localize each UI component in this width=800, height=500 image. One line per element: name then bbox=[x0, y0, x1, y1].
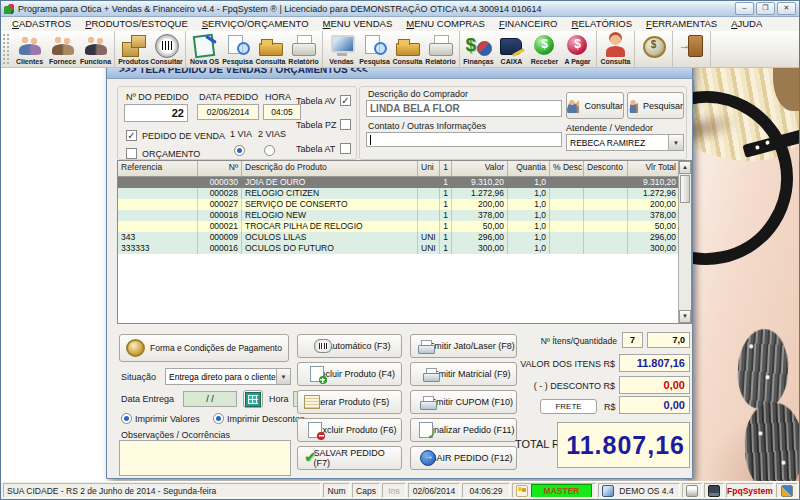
toolbar-monitor-button[interactable]: Vendas bbox=[325, 32, 358, 65]
pesquisar-button[interactable]: Pesquisar bbox=[627, 92, 684, 119]
consultar-label: Consultar bbox=[584, 101, 623, 111]
menu-item-produtos-estoque[interactable]: PRODUTOS/ESTOQUE bbox=[78, 17, 195, 30]
toolbar-exit-button[interactable] bbox=[675, 32, 708, 57]
pedido-venda-checkbox[interactable] bbox=[126, 130, 137, 141]
situacao-select[interactable]: Entrega direto para o cliente bbox=[165, 368, 291, 385]
status-caps: Caps bbox=[352, 483, 380, 498]
close-button[interactable] bbox=[777, 2, 796, 15]
data-entrega-field[interactable]: / / bbox=[183, 391, 237, 407]
table-row[interactable]: 333333000016OCULOS DO FUTUROUNI1300,001,… bbox=[118, 243, 691, 254]
menu-item-financeiro[interactable]: FINANCEIRO bbox=[492, 17, 565, 30]
products-table: ReferenciaNºDescrição do ProdutoUni1Valo… bbox=[117, 160, 692, 324]
tabela-av-checkbox[interactable] bbox=[340, 95, 351, 106]
menu-item-ferramentas[interactable]: FERRAMENTAS bbox=[639, 17, 724, 30]
toolbar-finance-button[interactable]: Finanças bbox=[462, 32, 495, 65]
situacao-label: Situação bbox=[121, 372, 156, 382]
observacoes-textarea[interactable] bbox=[119, 440, 291, 476]
toolbar-receive-button[interactable]: Receber bbox=[528, 32, 561, 65]
calendar-button[interactable] bbox=[243, 390, 263, 408]
toolbar-clients-button[interactable]: Clientes bbox=[13, 32, 46, 65]
table-row[interactable]: 000028RELOGIO CITIZEN11.272,961,01.272,9… bbox=[118, 188, 691, 199]
toolbar-suppliers-button[interactable]: Fornece bbox=[46, 32, 79, 65]
action-finalizar-pedido-button[interactable]: Finalizar Pedido (F11) bbox=[410, 418, 517, 442]
via1-radio[interactable] bbox=[234, 145, 245, 156]
action-sair-pedido-button[interactable]: SAIR PEDIDO (F12) bbox=[410, 446, 517, 470]
tabela-at-checkbox[interactable] bbox=[340, 143, 351, 154]
table-scrollbar[interactable]: ▲ ▼ bbox=[678, 161, 691, 323]
network-icon bbox=[708, 485, 720, 497]
frete-button[interactable]: FRETE bbox=[540, 399, 597, 414]
contact-field[interactable] bbox=[366, 132, 562, 147]
order-number-field[interactable]: 22 bbox=[124, 104, 188, 122]
status-printer[interactable] bbox=[682, 483, 702, 498]
toolbar-search-doc-button[interactable]: Pesquisa bbox=[221, 32, 254, 65]
payment-terms-button[interactable]: Forma e Condições de Pagamento bbox=[119, 334, 289, 362]
action-alterar-produto-button[interactable]: Alterar Produto (F5) bbox=[297, 390, 402, 414]
toolbar-support-button[interactable]: Consulta bbox=[599, 32, 632, 65]
scroll-thumb[interactable] bbox=[680, 175, 690, 203]
table-header-cell: Referencia bbox=[118, 161, 198, 176]
consultar-button[interactable]: Consultar bbox=[566, 92, 624, 119]
table-row[interactable]: 000027SERVIÇO DE CONSERTO1200,001,0200,0… bbox=[118, 199, 691, 210]
table-row[interactable]: 000030JOIA DE OURO19.310,201,09.310,20 bbox=[118, 177, 691, 188]
toolbar-search-doc-button[interactable]: Pesquisa bbox=[358, 32, 391, 65]
action-excluir-produto-button[interactable]: Excluir Produto (F6) bbox=[297, 418, 402, 442]
toolbar-cashbook-button[interactable]: CAIXA bbox=[495, 32, 528, 65]
table-row[interactable]: 343000009OCULOS LILASUNI1296,001,0296,00 bbox=[118, 232, 691, 243]
order-date-field[interactable]: 02/06/2014 bbox=[197, 104, 259, 120]
toolbar-new-os-button[interactable]: Nova OS bbox=[188, 32, 221, 65]
order-time-field[interactable]: 04:05 bbox=[263, 104, 301, 120]
status-help[interactable] bbox=[776, 483, 798, 498]
hora-entrega-label: Hora bbox=[269, 394, 289, 404]
table-row[interactable]: 000021TROCAR PILHA DE RELOGIO150,001,050… bbox=[118, 221, 691, 232]
table-cell bbox=[418, 221, 440, 232]
toolbar-folder-button[interactable]: Consulta bbox=[391, 32, 424, 65]
imprimir-valores-radio[interactable] bbox=[121, 413, 132, 424]
action-label: Emitir Jato/Laser (F8) bbox=[428, 341, 515, 351]
action-autom-tico-button[interactable]: Automático (F3) bbox=[297, 334, 402, 358]
toolbar-pay-button[interactable]: A Pagar bbox=[561, 32, 594, 65]
order-number-label: Nº DO PEDIDO bbox=[126, 92, 189, 102]
menu-item-relat-rios[interactable]: RELATÓRIOS bbox=[565, 17, 640, 30]
toolbar-employees-button[interactable]: Funciona bbox=[79, 32, 112, 65]
scroll-down-icon[interactable]: ▼ bbox=[679, 310, 691, 323]
orcamento-label: ORÇAMENTO bbox=[142, 149, 200, 159]
status-network[interactable] bbox=[704, 483, 724, 498]
book-icon bbox=[781, 485, 793, 497]
tabela-at-label: Tabela AT bbox=[296, 144, 335, 154]
buyer-description-field[interactable]: LINDA BELA FLOR bbox=[366, 100, 562, 117]
menu-item-menu-vendas[interactable]: MENU VENDAS bbox=[316, 17, 400, 30]
toolbar-printer-button[interactable]: Relatório bbox=[287, 32, 320, 65]
menu-item-servi-o-or-amento[interactable]: SERVIÇO/ORÇAMENTO bbox=[195, 17, 316, 30]
imprimir-descontos-radio[interactable] bbox=[213, 413, 224, 424]
toolbar-coin-button[interactable] bbox=[637, 32, 670, 57]
orcamento-checkbox[interactable] bbox=[126, 148, 137, 159]
table-row[interactable]: 000018RELOGIO NEW1378,001,0378,00 bbox=[118, 210, 691, 221]
maximize-button[interactable] bbox=[756, 2, 775, 15]
toolbar-folder-button[interactable]: Consulta bbox=[254, 32, 287, 65]
tabela-pz-checkbox[interactable] bbox=[340, 119, 351, 130]
chevron-down-icon[interactable] bbox=[668, 135, 683, 150]
via2-radio[interactable] bbox=[264, 145, 275, 156]
action-emitir-cupom-button[interactable]: Emitir CUPOM (F10) bbox=[410, 390, 517, 414]
minimize-button[interactable] bbox=[735, 2, 754, 15]
toolbar-gripper[interactable] bbox=[2, 33, 11, 65]
table-cell bbox=[584, 199, 628, 210]
scroll-up-icon[interactable]: ▲ bbox=[679, 161, 691, 174]
menu-item-cadastros[interactable]: CADASTROS bbox=[5, 17, 78, 30]
chevron-down-icon[interactable] bbox=[276, 369, 290, 384]
toolbar-printer-button[interactable]: Relatório bbox=[424, 32, 457, 65]
menu-item-ajuda[interactable]: AJUDA bbox=[724, 17, 769, 30]
toolbar-barcode-button[interactable]: Consultar bbox=[150, 32, 183, 65]
action-incluir-produto-button[interactable]: Incluir Produto (F4) bbox=[297, 362, 402, 386]
action-salvar-pedido-button[interactable]: SALVAR PEDIDO (F7) bbox=[297, 446, 402, 470]
imprimir-descontos-label: Imprimir Descontos bbox=[227, 414, 305, 424]
atendente-select[interactable]: REBECA RAMIREZ bbox=[566, 134, 684, 151]
imprimir-valores-label: Imprimir Valores bbox=[135, 414, 200, 424]
doc-plus-icon bbox=[310, 366, 324, 382]
action-emitir-matricial-button[interactable]: Emitir Matricial (F9) bbox=[410, 362, 517, 386]
table-header-cell: Vlr Total bbox=[628, 161, 680, 176]
menu-item-menu-compras[interactable]: MENU COMPRAS bbox=[399, 17, 492, 30]
action-emitir-jato-laser-button[interactable]: Emitir Jato/Laser (F8) bbox=[410, 334, 517, 358]
toolbar-products-button[interactable]: Produtos bbox=[117, 32, 150, 65]
